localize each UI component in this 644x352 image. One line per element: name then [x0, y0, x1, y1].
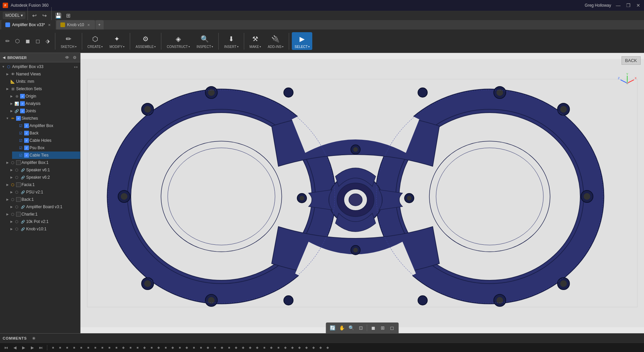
sketch-group[interactable]: ✏ SKETCH ▾	[58, 32, 79, 50]
tree-knob-v10-1[interactable]: ▶ ⬡ 🔗 Knob v10:1	[8, 225, 80, 233]
timeline-item-34[interactable]: ◆	[282, 345, 288, 351]
timeline-item-15[interactable]: ■	[149, 345, 155, 351]
tree-sketch-cable-holes[interactable]: ▶ ☑ ✓ Cable Holes	[12, 137, 80, 144]
pan-btn[interactable]: ✋	[338, 324, 346, 332]
save-button[interactable]: 💾	[54, 11, 63, 20]
timeline-item-14[interactable]: ◆	[142, 345, 148, 351]
checkbox-analysis[interactable]: ✓	[20, 101, 25, 106]
mesh-btn[interactable]: ⬗	[43, 37, 52, 46]
tree-amp-box-1[interactable]: ▶ ⬡ Amplifier Box:1	[4, 159, 80, 166]
tree-sketch-psu-box[interactable]: ▶ ☑ ✓ Psu Box	[12, 144, 80, 152]
tree-back-1[interactable]: ▶ ⬡ Back:1	[4, 196, 80, 203]
expand-selection-sets[interactable]: ▶	[5, 87, 9, 91]
timeline-item-13[interactable]: ■	[135, 345, 141, 351]
checkbox-sketches[interactable]: ✓	[16, 116, 21, 121]
last-btn[interactable]: ⏭	[38, 344, 44, 351]
tab-close-0[interactable]: ✕	[47, 22, 52, 27]
timeline-item-22[interactable]: ■	[198, 345, 204, 351]
step-fwd-btn[interactable]: ▶	[29, 344, 36, 351]
tree-speaker-v6-2[interactable]: ▶ ⬡ 🔗 Speaker v6:2	[8, 174, 80, 181]
expand-analysis[interactable]: ▶	[9, 102, 13, 106]
checkbox-sk-ch[interactable]: ✓	[24, 138, 29, 143]
tree-sketch-cable-ties[interactable]: ▶ ☑ ✓ Cable Ties	[12, 152, 80, 159]
tree-analysis[interactable]: ▶ 📊 ✓ Analysis	[8, 100, 80, 107]
timeline-item-26[interactable]: ■	[226, 345, 232, 351]
expand-facia[interactable]: ▶	[5, 183, 9, 187]
inspect-group[interactable]: 🔍 INSPECT ▾	[194, 32, 216, 50]
timeline-item-28[interactable]: ◆	[240, 345, 246, 351]
maximize-button[interactable]: ❐	[625, 2, 631, 8]
timeline-item-19[interactable]: ■	[177, 345, 183, 351]
timeline-item-24[interactable]: ■	[212, 345, 218, 351]
checkbox-amp-1[interactable]	[16, 160, 21, 165]
expand-sketches[interactable]: ▼	[5, 116, 9, 120]
timeline-item-25[interactable]: ◆	[219, 345, 225, 351]
checkbox-back1[interactable]	[16, 197, 21, 202]
model-dropdown[interactable]: MODEL ▾	[3, 12, 25, 19]
tree-psu-v2-1[interactable]: ▶ ⬡ 🔗 PSU v2:1	[8, 188, 80, 196]
expand-back1[interactable]: ▶	[5, 197, 9, 201]
tree-root[interactable]: ▼ ⬡ Amplifier Box v33 ●●	[0, 63, 80, 70]
tree-named-views[interactable]: ▶ 👁 Named Views	[4, 70, 80, 78]
zoom-fit-btn[interactable]: ⊡	[357, 324, 365, 332]
timeline-item-30[interactable]: ◆	[254, 345, 260, 351]
tab-amplifier-box[interactable]: Amplifier Box v33* ✕	[1, 20, 56, 30]
browser-eye-btn[interactable]: 👁	[64, 55, 70, 61]
create-group[interactable]: ⬡ CREATE ▾	[85, 32, 106, 50]
tree-sketch-amplifier-box[interactable]: ▶ ☑ ✓ Amplifier Box	[12, 122, 80, 129]
expand-knob[interactable]: ▶	[9, 227, 13, 231]
timeline-item-33[interactable]: ■	[275, 345, 281, 351]
make-group[interactable]: ⚒ MAKE ▾	[247, 32, 264, 50]
timeline-item-17[interactable]: ■	[163, 345, 169, 351]
comments-toggle[interactable]: ◉	[31, 335, 37, 341]
tree-charlie-1[interactable]: ▶ ⬡ Charlie:1	[4, 211, 80, 218]
tree-expand-root[interactable]: ▼	[1, 65, 5, 69]
timeline-item-1[interactable]: ■	[50, 345, 56, 351]
display-mode-btn[interactable]: ◼	[369, 324, 377, 332]
step-back-btn[interactable]: ◀	[11, 344, 18, 351]
checkbox-sk-ct[interactable]: ✓	[24, 153, 29, 158]
timeline-item-18[interactable]: ◆	[170, 345, 176, 351]
tree-joints[interactable]: ▶ 🔗 ✓ Joints	[8, 107, 80, 115]
tree-facia-1[interactable]: ▶ ⬡ Facia:1	[4, 181, 80, 188]
timeline-item-31[interactable]: ■	[261, 345, 267, 351]
tree-sketch-back[interactable]: ▶ ☑ ✓ Back	[12, 129, 80, 137]
expand-named-views[interactable]: ▶	[5, 72, 9, 76]
timeline-item-6[interactable]: ■	[85, 345, 91, 351]
surface-btn[interactable]: ◻	[33, 37, 42, 46]
timeline-item-16[interactable]: ◆	[156, 345, 162, 351]
tree-selection-sets[interactable]: ▶ ⊞ Selection Sets	[4, 85, 80, 93]
checkbox-charlie[interactable]	[16, 212, 21, 217]
timeline-item-38[interactable]: ◆	[311, 345, 317, 351]
timeline-item-3[interactable]: ■	[64, 345, 70, 351]
tree-sketches[interactable]: ▼ ✏ ✓ Sketches	[4, 115, 80, 122]
tab-knob[interactable]: Knob v10 ✕	[56, 20, 95, 30]
expand-spk2[interactable]: ▶	[9, 175, 13, 179]
checkbox-sk-psu[interactable]: ✓	[24, 145, 29, 150]
modify-group[interactable]: ✦ MODIFY ▾	[107, 32, 127, 50]
checkbox-facia[interactable]	[16, 182, 21, 187]
expand-joints[interactable]: ▶	[9, 109, 13, 113]
timeline-item-8[interactable]: ■	[99, 345, 105, 351]
timeline-item-4[interactable]: ■	[71, 345, 77, 351]
expand-charlie[interactable]: ▶	[5, 212, 9, 216]
solid-btn[interactable]: ◼	[23, 37, 32, 46]
new-tab-button[interactable]: +	[96, 20, 104, 30]
tree-origin[interactable]: ▶ ⊕ ✓ Origin	[8, 93, 80, 100]
assemble-group[interactable]: ⚙ ASSEMBLE ▾	[133, 32, 158, 50]
timeline-item-11[interactable]: ◆	[120, 345, 126, 351]
grid-display-btn[interactable]: ⊞	[379, 324, 387, 332]
timeline-item-39[interactable]: ◆	[318, 345, 324, 351]
insert-group[interactable]: ⬇ INSERT ▾	[221, 32, 241, 50]
expand-10kpot[interactable]: ▶	[9, 220, 13, 224]
tree-units[interactable]: ▶ 📐 Units: mm	[4, 78, 80, 85]
timeline-item-40[interactable]: ◆	[325, 345, 331, 351]
timeline-item-9[interactable]: ■	[106, 345, 112, 351]
tree-10k-pot[interactable]: ▶ ⬡ 🔗 10k Pot v2:1	[8, 218, 80, 225]
timeline-item-27[interactable]: ◆	[233, 345, 239, 351]
tree-speaker-v6-1[interactable]: ▶ ⬡ 🔗 Speaker v6:1	[8, 166, 80, 174]
component-btn[interactable]: ⬡	[13, 37, 22, 46]
timeline-item-10[interactable]: ■	[113, 345, 119, 351]
perspective-btn[interactable]: ◻	[388, 324, 396, 332]
close-button[interactable]: ✕	[635, 2, 641, 8]
